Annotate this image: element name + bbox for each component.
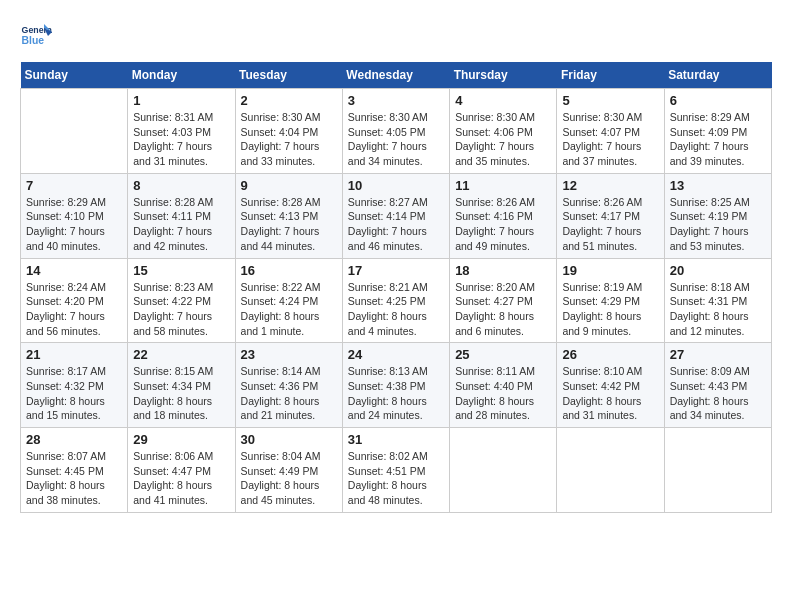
- day-header-sunday: Sunday: [21, 62, 128, 89]
- day-cell: 11Sunrise: 8:26 AMSunset: 4:16 PMDayligh…: [450, 173, 557, 258]
- day-header-monday: Monday: [128, 62, 235, 89]
- day-number: 22: [133, 347, 229, 362]
- day-number: 31: [348, 432, 444, 447]
- day-cell: 21Sunrise: 8:17 AMSunset: 4:32 PMDayligh…: [21, 343, 128, 428]
- calendar-table: SundayMondayTuesdayWednesdayThursdayFrid…: [20, 62, 772, 513]
- day-info: Sunrise: 8:29 AMSunset: 4:10 PMDaylight:…: [26, 195, 122, 254]
- day-info: Sunrise: 8:27 AMSunset: 4:14 PMDaylight:…: [348, 195, 444, 254]
- day-info: Sunrise: 8:13 AMSunset: 4:38 PMDaylight:…: [348, 364, 444, 423]
- day-number: 30: [241, 432, 337, 447]
- svg-text:Blue: Blue: [22, 35, 45, 46]
- day-cell: 23Sunrise: 8:14 AMSunset: 4:36 PMDayligh…: [235, 343, 342, 428]
- day-number: 27: [670, 347, 766, 362]
- day-info: Sunrise: 8:23 AMSunset: 4:22 PMDaylight:…: [133, 280, 229, 339]
- day-cell: 27Sunrise: 8:09 AMSunset: 4:43 PMDayligh…: [664, 343, 771, 428]
- day-number: 3: [348, 93, 444, 108]
- day-info: Sunrise: 8:25 AMSunset: 4:19 PMDaylight:…: [670, 195, 766, 254]
- day-cell: 29Sunrise: 8:06 AMSunset: 4:47 PMDayligh…: [128, 428, 235, 513]
- day-cell: 10Sunrise: 8:27 AMSunset: 4:14 PMDayligh…: [342, 173, 449, 258]
- day-info: Sunrise: 8:10 AMSunset: 4:42 PMDaylight:…: [562, 364, 658, 423]
- page-header: General Blue: [20, 20, 772, 52]
- day-info: Sunrise: 8:30 AMSunset: 4:07 PMDaylight:…: [562, 110, 658, 169]
- day-header-tuesday: Tuesday: [235, 62, 342, 89]
- logo: General Blue: [20, 20, 52, 52]
- day-info: Sunrise: 8:18 AMSunset: 4:31 PMDaylight:…: [670, 280, 766, 339]
- day-info: Sunrise: 8:26 AMSunset: 4:16 PMDaylight:…: [455, 195, 551, 254]
- day-info: Sunrise: 8:28 AMSunset: 4:13 PMDaylight:…: [241, 195, 337, 254]
- day-cell: 6Sunrise: 8:29 AMSunset: 4:09 PMDaylight…: [664, 89, 771, 174]
- day-number: 4: [455, 93, 551, 108]
- day-cell: [450, 428, 557, 513]
- day-cell: 18Sunrise: 8:20 AMSunset: 4:27 PMDayligh…: [450, 258, 557, 343]
- day-number: 28: [26, 432, 122, 447]
- day-number: 21: [26, 347, 122, 362]
- day-info: Sunrise: 8:22 AMSunset: 4:24 PMDaylight:…: [241, 280, 337, 339]
- day-number: 1: [133, 93, 229, 108]
- day-cell: 20Sunrise: 8:18 AMSunset: 4:31 PMDayligh…: [664, 258, 771, 343]
- logo-icon: General Blue: [20, 20, 52, 52]
- day-number: 6: [670, 93, 766, 108]
- day-cell: [21, 89, 128, 174]
- day-cell: 14Sunrise: 8:24 AMSunset: 4:20 PMDayligh…: [21, 258, 128, 343]
- day-cell: 24Sunrise: 8:13 AMSunset: 4:38 PMDayligh…: [342, 343, 449, 428]
- day-number: 24: [348, 347, 444, 362]
- day-cell: 13Sunrise: 8:25 AMSunset: 4:19 PMDayligh…: [664, 173, 771, 258]
- day-number: 23: [241, 347, 337, 362]
- day-info: Sunrise: 8:30 AMSunset: 4:05 PMDaylight:…: [348, 110, 444, 169]
- day-number: 14: [26, 263, 122, 278]
- day-cell: 1Sunrise: 8:31 AMSunset: 4:03 PMDaylight…: [128, 89, 235, 174]
- day-number: 10: [348, 178, 444, 193]
- day-cell: 4Sunrise: 8:30 AMSunset: 4:06 PMDaylight…: [450, 89, 557, 174]
- day-header-wednesday: Wednesday: [342, 62, 449, 89]
- day-info: Sunrise: 8:15 AMSunset: 4:34 PMDaylight:…: [133, 364, 229, 423]
- day-cell: 16Sunrise: 8:22 AMSunset: 4:24 PMDayligh…: [235, 258, 342, 343]
- day-info: Sunrise: 8:29 AMSunset: 4:09 PMDaylight:…: [670, 110, 766, 169]
- day-cell: 22Sunrise: 8:15 AMSunset: 4:34 PMDayligh…: [128, 343, 235, 428]
- day-number: 15: [133, 263, 229, 278]
- day-number: 16: [241, 263, 337, 278]
- day-info: Sunrise: 8:28 AMSunset: 4:11 PMDaylight:…: [133, 195, 229, 254]
- day-number: 2: [241, 93, 337, 108]
- day-cell: 19Sunrise: 8:19 AMSunset: 4:29 PMDayligh…: [557, 258, 664, 343]
- day-info: Sunrise: 8:02 AMSunset: 4:51 PMDaylight:…: [348, 449, 444, 508]
- day-cell: [557, 428, 664, 513]
- day-cell: 15Sunrise: 8:23 AMSunset: 4:22 PMDayligh…: [128, 258, 235, 343]
- day-cell: 31Sunrise: 8:02 AMSunset: 4:51 PMDayligh…: [342, 428, 449, 513]
- day-info: Sunrise: 8:04 AMSunset: 4:49 PMDaylight:…: [241, 449, 337, 508]
- day-header-saturday: Saturday: [664, 62, 771, 89]
- day-header-friday: Friday: [557, 62, 664, 89]
- week-row-1: 1Sunrise: 8:31 AMSunset: 4:03 PMDaylight…: [21, 89, 772, 174]
- day-number: 8: [133, 178, 229, 193]
- week-row-2: 7Sunrise: 8:29 AMSunset: 4:10 PMDaylight…: [21, 173, 772, 258]
- day-number: 26: [562, 347, 658, 362]
- day-cell: 9Sunrise: 8:28 AMSunset: 4:13 PMDaylight…: [235, 173, 342, 258]
- day-info: Sunrise: 8:20 AMSunset: 4:27 PMDaylight:…: [455, 280, 551, 339]
- day-number: 7: [26, 178, 122, 193]
- day-number: 9: [241, 178, 337, 193]
- day-info: Sunrise: 8:31 AMSunset: 4:03 PMDaylight:…: [133, 110, 229, 169]
- day-info: Sunrise: 8:11 AMSunset: 4:40 PMDaylight:…: [455, 364, 551, 423]
- day-number: 25: [455, 347, 551, 362]
- day-info: Sunrise: 8:30 AMSunset: 4:04 PMDaylight:…: [241, 110, 337, 169]
- day-header-thursday: Thursday: [450, 62, 557, 89]
- day-cell: 30Sunrise: 8:04 AMSunset: 4:49 PMDayligh…: [235, 428, 342, 513]
- day-info: Sunrise: 8:26 AMSunset: 4:17 PMDaylight:…: [562, 195, 658, 254]
- day-info: Sunrise: 8:06 AMSunset: 4:47 PMDaylight:…: [133, 449, 229, 508]
- day-info: Sunrise: 8:21 AMSunset: 4:25 PMDaylight:…: [348, 280, 444, 339]
- day-cell: [664, 428, 771, 513]
- day-cell: 25Sunrise: 8:11 AMSunset: 4:40 PMDayligh…: [450, 343, 557, 428]
- day-info: Sunrise: 8:09 AMSunset: 4:43 PMDaylight:…: [670, 364, 766, 423]
- day-number: 13: [670, 178, 766, 193]
- day-number: 18: [455, 263, 551, 278]
- day-cell: 5Sunrise: 8:30 AMSunset: 4:07 PMDaylight…: [557, 89, 664, 174]
- day-cell: 7Sunrise: 8:29 AMSunset: 4:10 PMDaylight…: [21, 173, 128, 258]
- day-number: 11: [455, 178, 551, 193]
- day-number: 29: [133, 432, 229, 447]
- day-cell: 8Sunrise: 8:28 AMSunset: 4:11 PMDaylight…: [128, 173, 235, 258]
- day-cell: 2Sunrise: 8:30 AMSunset: 4:04 PMDaylight…: [235, 89, 342, 174]
- day-cell: 26Sunrise: 8:10 AMSunset: 4:42 PMDayligh…: [557, 343, 664, 428]
- week-row-4: 21Sunrise: 8:17 AMSunset: 4:32 PMDayligh…: [21, 343, 772, 428]
- day-number: 19: [562, 263, 658, 278]
- day-number: 5: [562, 93, 658, 108]
- day-info: Sunrise: 8:19 AMSunset: 4:29 PMDaylight:…: [562, 280, 658, 339]
